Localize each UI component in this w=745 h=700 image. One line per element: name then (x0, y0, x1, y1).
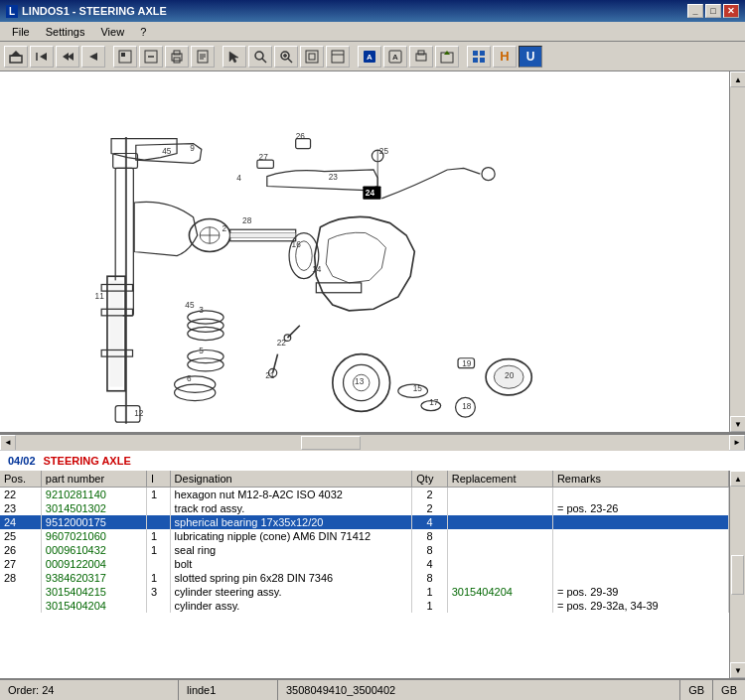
svg-text:15: 15 (413, 384, 423, 393)
catalog-button[interactable] (467, 46, 491, 68)
cell-i: 1 (147, 571, 171, 585)
cell-remarks: = pos. 29-39 (552, 585, 728, 599)
table-scroll-up-button[interactable]: ▲ (730, 471, 745, 487)
cell-partnum: 3014501302 (41, 501, 146, 515)
minimize-button[interactable]: _ (687, 4, 703, 18)
cell-i: 1 (147, 543, 171, 557)
cell-pos: 22 (0, 488, 41, 502)
home-button[interactable] (4, 46, 28, 68)
hscroll-track[interactable] (16, 435, 729, 451)
h-scrollbar[interactable]: ◄ ► (0, 434, 745, 450)
titlebar-title: LINDOS1 - STEERING AXLE (22, 5, 167, 17)
print-list-button[interactable] (409, 46, 433, 68)
lang-a-button[interactable]: A (358, 46, 381, 68)
status-serial: 3508049410_3500402 (278, 680, 680, 700)
svg-text:6: 6 (187, 374, 192, 383)
cell-designation: cylinder assy. (170, 599, 412, 613)
search-part-button[interactable] (248, 46, 272, 68)
svg-rect-37 (473, 51, 478, 56)
cell-partnum: 9210281140 (41, 488, 146, 502)
table-row[interactable]: 3015404204cylinder assy.1= pos. 29-32a, … (0, 599, 729, 613)
zoom-in-button[interactable] (274, 46, 298, 68)
maximize-button[interactable]: □ (705, 4, 721, 18)
cell-replacement (447, 571, 552, 585)
nav1-button[interactable] (113, 46, 137, 68)
zoom-window-button[interactable] (326, 46, 350, 68)
cell-remarks (552, 557, 728, 571)
menu-file[interactable]: File (4, 24, 38, 40)
menu-view[interactable]: View (92, 24, 132, 40)
cell-replacement (447, 529, 552, 543)
table-row[interactable]: 2596070210601lubricating nipple (cone) A… (0, 529, 729, 543)
col-remarks: Remarks (552, 471, 728, 488)
svg-rect-54 (230, 233, 296, 238)
svg-text:4: 4 (236, 174, 241, 183)
svg-point-19 (255, 52, 263, 60)
cell-designation: spherical bearing 17x35x12/20 (170, 515, 412, 529)
cell-partnum: 9512000175 (41, 515, 146, 529)
table-row[interactable]: 270009122004bolt4 (0, 557, 729, 571)
table-row[interactable]: 249512000175spherical bearing 17x35x12/2… (0, 515, 729, 529)
scroll-down-button[interactable]: ▼ (730, 416, 745, 432)
scroll-up-button[interactable]: ▲ (730, 71, 745, 87)
hscroll-right-button[interactable]: ► (729, 435, 745, 451)
cell-qty: 2 (412, 488, 447, 502)
svg-text:3: 3 (199, 306, 204, 315)
hscroll-left-button[interactable]: ◄ (0, 435, 16, 451)
col-pos: Pos. (0, 471, 41, 488)
cell-remarks (552, 571, 728, 585)
cell-pos: 26 (0, 543, 41, 557)
svg-text:9: 9 (190, 144, 195, 153)
active-button[interactable]: U (519, 46, 542, 68)
first-button[interactable] (30, 46, 54, 68)
lang-b-button[interactable]: A (383, 46, 407, 68)
cell-pos (0, 585, 41, 599)
table-content[interactable]: Pos. part number I Designation Qty Repla… (0, 471, 729, 678)
cell-qty: 4 (412, 515, 447, 529)
svg-rect-40 (480, 58, 485, 63)
table-scroll-down-button[interactable]: ▼ (730, 662, 745, 678)
table-row[interactable]: 2600096104321seal ring8 (0, 543, 729, 557)
svg-text:11: 11 (95, 292, 105, 301)
titlebar: L LINDOS1 - STEERING AXLE _ □ ✕ (0, 0, 745, 22)
diagram-area[interactable]: 9 45 4 2 28 (0, 71, 745, 434)
svg-marker-6 (89, 53, 97, 61)
cell-partnum: 0009122004 (41, 557, 146, 571)
nav2-button[interactable] (139, 46, 163, 68)
svg-line-22 (288, 59, 292, 63)
table-row[interactable]: 2893846203171slotted spring pin 6x28 DIN… (0, 571, 729, 585)
svg-rect-27 (332, 51, 344, 63)
parts-area: 04/02 STEERING AXLE Pos. part number I D… (0, 450, 745, 678)
cell-remarks: = pos. 29-32a, 34-39 (552, 599, 728, 613)
highlight-button[interactable]: H (493, 46, 517, 68)
print1-button[interactable] (165, 46, 189, 68)
zoom-fit-button[interactable] (300, 46, 324, 68)
export-button[interactable] (435, 46, 459, 68)
svg-rect-72 (109, 280, 122, 386)
cursor-button[interactable] (223, 46, 246, 68)
cell-qty: 2 (412, 501, 447, 515)
print2-button[interactable] (191, 46, 215, 68)
svg-line-20 (262, 59, 266, 63)
menu-help[interactable]: ? (132, 24, 154, 40)
cell-i (147, 557, 171, 571)
prev-prev-button[interactable] (56, 46, 79, 68)
close-button[interactable]: ✕ (723, 4, 739, 18)
cell-replacement (447, 557, 552, 571)
hscroll-thumb[interactable] (301, 436, 361, 450)
prev-button[interactable] (81, 46, 105, 68)
table-row[interactable]: 2292102811401hexagon nut M12-8-A2C ISO 4… (0, 488, 729, 502)
menu-settings[interactable]: Settings (38, 24, 93, 40)
cell-pos: 27 (0, 557, 41, 571)
parts-tbody: 2292102811401hexagon nut M12-8-A2C ISO 4… (0, 488, 729, 614)
svg-rect-25 (306, 51, 318, 63)
table-row[interactable]: 233014501302track rod assy.2= pos. 23-26 (0, 501, 729, 515)
toolbar: A A H U (0, 42, 745, 71)
svg-text:25: 25 (379, 147, 389, 156)
table-vscrollbar[interactable]: ▲ ▼ (729, 471, 745, 678)
cell-pos: 28 (0, 571, 41, 585)
table-row[interactable]: 30154042153cylinder steering assy.130154… (0, 585, 729, 599)
diagram-vscrollbar[interactable]: ▲ ▼ (729, 71, 745, 432)
cell-remarks (552, 543, 728, 557)
svg-rect-8 (121, 53, 125, 57)
